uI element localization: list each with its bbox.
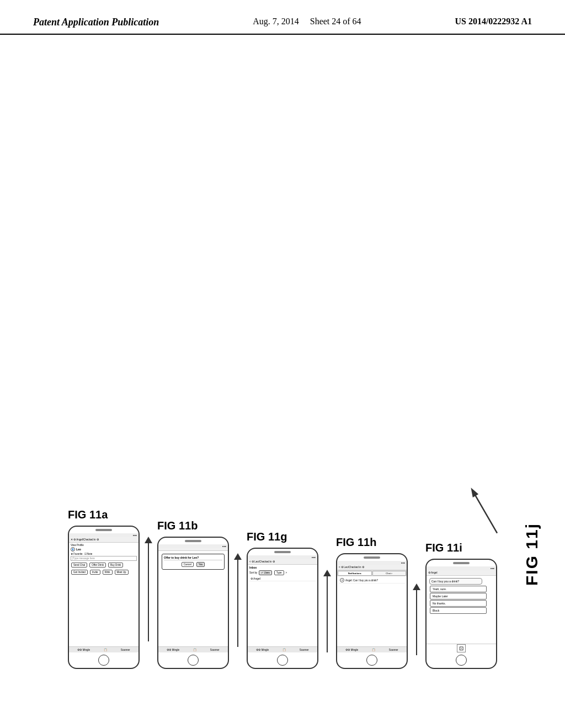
content-11b: Offer to buy drink for Leo? Cancel Yes	[158, 551, 228, 572]
response-nothanks: No thanks.	[430, 600, 487, 607]
arrow-11a-11b	[143, 537, 154, 647]
publication-date-sheet: Aug. 7, 2014 Sheet 24 of 64	[253, 17, 361, 26]
dialog-11b: Offer to buy drink for Leo? Cancel Yes	[162, 554, 225, 570]
chat-bubble-11i: Can I buy you a drink?	[429, 578, 482, 585]
nav-bar-11g: < ⚙ Leo/Checked in ⚙	[248, 559, 317, 565]
arrowhead-2	[234, 553, 242, 560]
arrow-11b-11g	[232, 553, 243, 652]
fig11i-label: FIG 11i	[425, 542, 462, 554]
arrowline-3	[327, 576, 328, 652]
fig11j-area: FIG 11j	[523, 497, 541, 586]
home-btn-11i	[456, 655, 467, 666]
status-bar-11i: ●●●	[427, 566, 496, 570]
fig11b-wrapper: FIG 11b ●●● Offer to buy drink for Leo?	[157, 520, 229, 669]
phone-fig11b: ●●● Offer to buy drink for Leo? Cancel Y…	[157, 537, 229, 669]
footer-11i: ⊡	[427, 644, 496, 652]
content-11i: Can I buy you a drink? Yeah, sure. Maybe…	[427, 576, 496, 616]
phone-fig11i: ●●● ⚙ Angel Can I buy you a drink? Yeah,…	[425, 559, 497, 669]
footer-11a: ⚙⚙ Mingle 📋 Scanner	[69, 646, 138, 652]
fig11b-label: FIG 11b	[157, 520, 198, 532]
footer-11h: ⚙⚙ Mingle 📋 Scanner	[337, 646, 407, 652]
screen-11i: ●●● ⚙ Angel Can I buy you a drink? Yeah,…	[427, 566, 496, 652]
response-block: Block	[430, 607, 487, 614]
publication-title: Patent Application Publication	[33, 17, 159, 28]
speaker-11a	[95, 529, 112, 531]
phone-fig11a: ●●● ✕ ⚙ Angel/Checked in ⚙ View Profile …	[68, 526, 140, 669]
avatar-11a: 👤	[71, 547, 75, 552]
footer-11g: ⚙⚙ Mingle 📋 Scanner	[248, 646, 317, 652]
speaker-11g	[274, 551, 291, 553]
publication-date: Aug. 7, 2014	[253, 17, 299, 26]
screen-11a: ●●● ✕ ⚙ Angel/Checked in ⚙ View Profile …	[69, 533, 138, 652]
arrow-11h-11i	[411, 584, 422, 661]
speaker-11h	[364, 556, 380, 559]
fig11i-11j-wrapper: FIG 11j FIG 11i ●●● ⚙ Angel	[425, 542, 497, 669]
home-btn-11b	[188, 655, 199, 666]
speaker-11b	[185, 540, 201, 542]
fig11j-label: FIG 11j	[523, 497, 541, 586]
arrowhead-4	[413, 584, 420, 590]
patent-number: US 2014/0222932 A1	[455, 17, 532, 26]
footer-11b: ⚙⚙ Mingle 📋 Scanner	[158, 646, 228, 652]
screen-11b: ●●● Offer to buy drink for Leo? Cancel Y…	[158, 544, 228, 652]
speaker-11i	[453, 562, 470, 564]
notification-11h: ⚙ Angel: Can I buy you a drink?	[339, 577, 405, 584]
tab-bar-11h: Notifications Chat >	[337, 570, 407, 576]
home-btn-11h	[366, 655, 377, 666]
nav-bar-11i: ⚙ Angel	[427, 570, 496, 576]
list-item-angel-11g: ⚙ Angel	[249, 576, 316, 581]
fig11a-wrapper: FIG 11a ●●● ✕ ⚙ Angel/Checked in ⚙ View …	[68, 508, 140, 669]
arrowline-4	[416, 590, 417, 655]
status-bar-11b: ●●●	[158, 544, 228, 548]
page-header: Patent Application Publication Aug. 7, 2…	[0, 0, 565, 35]
content-11g: Inbox Sort by ✓ Uses Type > ⚙ Angel	[248, 565, 317, 582]
arrow-11g-11h	[322, 570, 333, 658]
screen-11h: ●●● < ⚙ Leo/Checked in ⚙ Notifications C…	[337, 561, 407, 652]
svg-line-0	[474, 493, 498, 533]
home-btn-11g	[277, 655, 288, 666]
content-11a: View Profile 👤 Leo ★ Favorite ☑ Note [Ty…	[69, 543, 138, 577]
fig11h-wrapper: FIG 11h ●●● < ⚙ Leo/Checked in ⚙ Notific…	[336, 536, 408, 669]
response-yeah: Yeah, sure.	[430, 586, 487, 592]
screen-11g: ●●● < ⚙ Leo/Checked in ⚙ Inbox Sort by ✓…	[248, 555, 317, 652]
main-content: FIG 11a ●●● ✕ ⚙ Angel/Checked in ⚙ View …	[0, 35, 565, 713]
nav-bar-11a: ✕ ⚙ Angel/Checked in ⚙	[69, 537, 138, 543]
arrowhead-3	[323, 570, 331, 576]
phone-fig11g: ●●● < ⚙ Leo/Checked in ⚙ Inbox Sort by ✓…	[247, 548, 318, 669]
status-bar-11a: ●●●	[69, 533, 138, 537]
fig11g-wrapper: FIG 11g ●●● < ⚙ Leo/Checked in ⚙ Inbox S…	[247, 531, 318, 669]
svg-marker-1	[468, 486, 478, 497]
arrowhead-1	[145, 537, 152, 543]
fig11h-label: FIG 11h	[336, 536, 376, 549]
phone-fig11h: ●●● < ⚙ Leo/Checked in ⚙ Notifications C…	[336, 553, 408, 669]
status-bar-11g: ●●●	[248, 555, 317, 559]
arrowline-2	[237, 560, 238, 647]
content-11h: ⚙ Angel: Can I buy you a drink?	[337, 576, 407, 585]
response-maybe: Maybe Later	[430, 593, 487, 599]
nav-bar-11h: < ⚙ Leo/Checked in ⚙	[337, 565, 407, 570]
fig11g-label: FIG 11g	[247, 531, 287, 543]
sheet-number: Sheet 24 of 64	[310, 17, 361, 26]
arrowline-1	[148, 543, 149, 641]
status-bar-11h: ●●●	[337, 561, 407, 565]
fig11a-label: FIG 11a	[68, 508, 108, 521]
home-btn-11a	[98, 655, 109, 666]
